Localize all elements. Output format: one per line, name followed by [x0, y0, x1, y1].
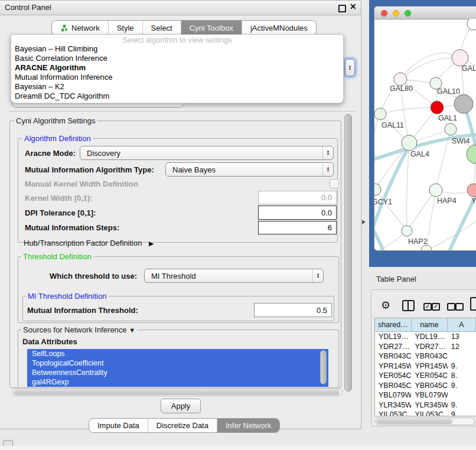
- algorithm-option[interactable]: Bayesian – Hill Climbing: [15, 44, 97, 53]
- network-window-titlebar[interactable]: [374, 6, 476, 19]
- float-window-icon[interactable]: [338, 5, 346, 12]
- tab-jactivemnodules[interactable]: jActiveMNodules: [242, 21, 316, 35]
- table-row[interactable]: YER054CYER054C8.: [375, 371, 476, 381]
- network-node[interactable]: [467, 184, 476, 197]
- dpi-tolerance-field[interactable]: 0.0: [258, 206, 337, 220]
- table-hscroll-thumb[interactable]: [377, 419, 452, 424]
- node-label: Y: [471, 197, 476, 205]
- table-row[interactable]: YBR043CYBR043C: [375, 351, 476, 361]
- network-node[interactable]: [402, 226, 412, 236]
- column-panes-icon[interactable]: [402, 300, 415, 311]
- deselect-all-checkbox-icon[interactable]: [447, 303, 455, 311]
- table-row[interactable]: YPR145WYPR145W9.: [375, 361, 476, 371]
- network-node[interactable]: [374, 184, 381, 195]
- close-traffic-light[interactable]: [381, 10, 387, 17]
- tab-discretize-data[interactable]: Discretize Data: [148, 419, 217, 432]
- select-all-checkbox-icon[interactable]: ✓: [423, 303, 432, 311]
- network-node[interactable]: [467, 145, 476, 164]
- network-icon: [60, 24, 68, 32]
- algorithm-option[interactable]: Mutual Information Inference: [15, 73, 112, 81]
- combo-stepper-icon: ▲▼: [322, 146, 333, 159]
- table-cell: YBR045C: [375, 381, 411, 390]
- tab-select[interactable]: Select: [143, 21, 181, 35]
- apply-button[interactable]: Apply: [161, 399, 201, 413]
- aracne-mode-value: Discovery: [87, 149, 120, 158]
- network-node[interactable]: [467, 19, 476, 30]
- network-canvas[interactable]: GALGAL80GAL10GAL1GAL11SWI4GAL4GCY1HAP4YH…: [374, 19, 476, 251]
- network-node[interactable]: [421, 245, 432, 251]
- table-cell: YPR145W: [411, 362, 447, 370]
- network-node[interactable]: [431, 101, 444, 114]
- dpi-tolerance-value: 0.0: [321, 208, 332, 217]
- node-label: GAL11: [382, 121, 404, 129]
- tab-cyni-toolbox[interactable]: Cyni Toolbox: [181, 21, 242, 35]
- tab-label: Infer Network: [226, 421, 271, 430]
- combo-stepper-icon: ▲▼: [312, 269, 323, 282]
- table-cell: YBR043C: [411, 352, 447, 360]
- table-row[interactable]: YDR27…YDR27…12: [375, 342, 476, 352]
- network-edge: [426, 190, 436, 250]
- column-header-shared[interactable]: shared…: [375, 318, 412, 331]
- network-node[interactable]: [445, 123, 457, 135]
- status-strip: [0, 446, 476, 450]
- data-attributes-label: Data Attributes: [22, 337, 77, 346]
- network-edge: [407, 190, 436, 231]
- aracne-mode-combo[interactable]: Discovery ▲▼: [80, 146, 334, 160]
- table-row[interactable]: YLR345WYLR345W9.: [375, 400, 476, 410]
- mi-threshold-field[interactable]: 0.5: [254, 303, 332, 317]
- hub-definition-toggle[interactable]: Hub/Transcription Factor Definition ▶: [24, 239, 154, 247]
- column-header-name[interactable]: name: [412, 318, 448, 331]
- network-node[interactable]: [454, 94, 473, 113]
- attributes-list-scrollbar[interactable]: [320, 350, 327, 384]
- kernel-width-label: Kernel Width (0,1):: [25, 194, 93, 203]
- mi-type-combo[interactable]: Naive Bayes ▲▼: [165, 162, 334, 177]
- mi-steps-field[interactable]: 6: [258, 221, 337, 234]
- close-icon[interactable]: ✕: [350, 2, 357, 11]
- network-node[interactable]: [429, 184, 442, 197]
- column-header-A[interactable]: A: [448, 318, 476, 331]
- table-row[interactable]: YIL053CYIL053C9: [375, 410, 476, 416]
- table-cell: 9.: [448, 401, 476, 409]
- mi-type-label: Mutual Information Algorithm Type:: [25, 165, 154, 174]
- table-cell: YER054C: [375, 371, 411, 380]
- network-node[interactable]: [452, 50, 468, 66]
- algorithm-combo-focus-cap[interactable]: ▲▼: [345, 59, 355, 76]
- algorithm-option[interactable]: Bayesian – K2: [15, 82, 64, 91]
- data-attribute-item[interactable]: BetweennessCentrality: [27, 368, 328, 377]
- tab-impute-data[interactable]: Impute Data: [89, 419, 148, 432]
- data-attribute-item[interactable]: gal4RGexp: [27, 377, 328, 387]
- settings-horizontal-scrollbar[interactable]: [12, 389, 343, 396]
- which-threshold-combo[interactable]: MI Threshold ▲▼: [144, 269, 324, 283]
- tab-style[interactable]: Style: [109, 21, 143, 35]
- tab-network[interactable]: Network: [52, 21, 109, 35]
- tab-infer-network[interactable]: Infer Network: [217, 419, 279, 432]
- select-all-checkbox-icon[interactable]: ✓: [432, 303, 440, 311]
- table-row[interactable]: YBR045CYBR045C9.: [375, 381, 476, 391]
- control-panel-titlebar[interactable]: Control Panel ✕: [0, 1, 361, 15]
- aracne-mode-label: Aracne Mode:: [25, 149, 76, 158]
- node-label: HAP4: [437, 197, 457, 205]
- data-attribute-item[interactable]: SelfLoops: [27, 349, 328, 358]
- algorithm-option[interactable]: Dream8 DC_TDC Algorithm: [15, 92, 109, 100]
- table-cell: YPR145W: [375, 362, 411, 370]
- minimize-traffic-light[interactable]: [393, 10, 399, 17]
- document-icon[interactable]: [470, 297, 476, 311]
- dpi-tolerance-label: DPI Tolerance [0,1]:: [25, 208, 96, 217]
- splitter-arrow-icon[interactable]: [362, 220, 366, 224]
- network-node[interactable]: [374, 108, 386, 120]
- gear-icon[interactable]: ⚙: [381, 299, 390, 312]
- table-cell: YDL19…: [411, 332, 447, 341]
- control-panel-title: Control Panel: [5, 3, 51, 12]
- settings-hscroll-thumb[interactable]: [14, 390, 340, 395]
- zoom-traffic-light[interactable]: [405, 10, 411, 17]
- settings-vertical-scrollbar[interactable]: [344, 114, 352, 392]
- network-node[interactable]: [394, 73, 407, 86]
- deselect-all-checkbox-icon[interactable]: [455, 303, 464, 311]
- algorithm-option[interactable]: Basic Correlation Inference: [15, 54, 107, 63]
- network-node[interactable]: [402, 135, 417, 151]
- data-attribute-item[interactable]: TopologicalCoefficient: [27, 358, 328, 368]
- table-row[interactable]: YBL079WYBL079W: [375, 390, 476, 400]
- algorithm-option[interactable]: ARACNE Algorithm: [15, 63, 86, 72]
- table-row[interactable]: YDL19…YDL19…13: [375, 332, 476, 342]
- sources-title[interactable]: Sources for Network Inference ▼: [21, 325, 137, 334]
